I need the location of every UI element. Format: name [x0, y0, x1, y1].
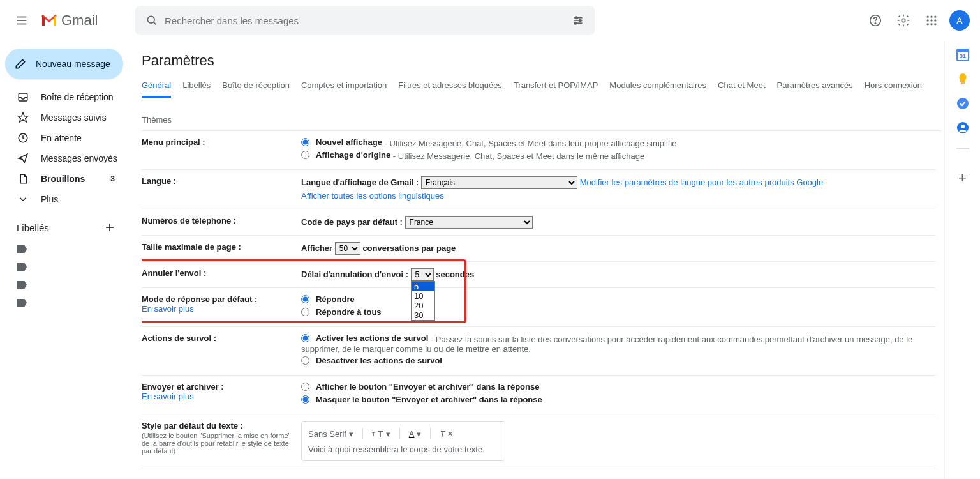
main-menu-orig-radio[interactable]: Affichage d'origine: [301, 150, 390, 160]
send-archive-show-radio[interactable]: Afficher le bouton "Envoyer et archiver"…: [301, 382, 539, 392]
send-archive-more-link[interactable]: En savoir plus: [142, 392, 194, 401]
undo-send-dropdown-open[interactable]: 5102030: [411, 281, 435, 321]
font-size-dropdown[interactable]: тT ▾: [372, 429, 390, 439]
default-style-box: Sans Serif ▾ тT ▾ A ▾ T✕ Voici à quoi re…: [301, 421, 505, 461]
settings-tab[interactable]: Général: [142, 74, 171, 98]
sidebar-item-label: Brouillons: [41, 174, 85, 184]
settings-tab[interactable]: Transfert et POP/IMAP: [514, 74, 598, 97]
side-panel: 31 +: [944, 41, 980, 479]
undo-send-option[interactable]: 20: [412, 301, 434, 310]
settings-tab[interactable]: Paramètres avancés: [777, 74, 853, 97]
svg-point-21: [930, 23, 932, 25]
label-item[interactable]: [0, 258, 128, 276]
sidebar-item-send[interactable]: Messages envoyés: [0, 148, 128, 169]
svg-rect-31: [961, 82, 965, 84]
tasks-app-icon[interactable]: [956, 97, 969, 110]
more-icon: [17, 194, 29, 205]
label-icon: [17, 281, 27, 289]
settings-tab[interactable]: Hors connexion: [865, 74, 922, 97]
draft-icon: [17, 173, 29, 185]
sidebar-item-label: En attente: [41, 133, 82, 143]
account-avatar[interactable]: A: [949, 10, 970, 31]
page-size-select[interactable]: 50: [335, 242, 360, 255]
svg-point-14: [927, 16, 929, 18]
settings-tab[interactable]: Comptes et importation: [301, 74, 387, 97]
label-icon: [17, 263, 27, 271]
svg-point-15: [930, 16, 932, 18]
apps-grid-icon[interactable]: [919, 8, 944, 33]
undo-send-option[interactable]: 30: [412, 310, 434, 320]
hamburger-menu[interactable]: [8, 6, 36, 34]
sidebar-item-count: 3: [110, 174, 115, 183]
settings-content[interactable]: Menu principal : Nouvel affichage - Util…: [142, 131, 942, 474]
search-options-icon[interactable]: [565, 8, 591, 33]
sidebar-item-inbox[interactable]: Boîte de réception: [0, 87, 128, 107]
label-item[interactable]: [0, 240, 128, 258]
reply-default-more-link[interactable]: En savoir plus: [142, 304, 194, 314]
sidebar-item-draft[interactable]: Brouillons3: [0, 169, 128, 189]
keep-app-icon[interactable]: [956, 73, 969, 86]
inbox-icon: [17, 91, 29, 103]
svg-point-17: [927, 19, 929, 21]
labels-header: Libellés: [17, 222, 49, 233]
language-all-options-link[interactable]: Afficher toutes les options linguistique…: [301, 191, 444, 201]
svg-point-19: [934, 19, 936, 21]
settings-tab[interactable]: Boîte de réception: [222, 74, 290, 97]
add-label-button[interactable]: [101, 218, 119, 236]
settings-panel: Paramètres GénéralLibellésBoîte de récep…: [128, 41, 942, 474]
search-input[interactable]: [165, 15, 565, 26]
font-family-dropdown[interactable]: Sans Serif ▾: [308, 429, 353, 439]
svg-point-8: [579, 19, 581, 21]
row-key-language: Langue :: [142, 176, 301, 202]
undo-send-option[interactable]: 10: [412, 291, 434, 301]
settings-tab[interactable]: Chat et Meet: [718, 74, 765, 97]
language-other-products-link[interactable]: Modifier les paramètres de langue pour l…: [580, 178, 824, 187]
undo-send-seconds-select[interactable]: 5: [411, 268, 434, 281]
svg-point-6: [575, 17, 577, 19]
undo-send-option[interactable]: 5: [412, 282, 434, 291]
sidebar-item-clock[interactable]: En attente: [0, 128, 128, 148]
sidebar: Nouveau message Boîte de réceptionMessag…: [0, 41, 128, 479]
svg-point-10: [574, 22, 576, 24]
sidebar-item-label: Messages suivis: [41, 112, 107, 123]
label-item[interactable]: [0, 294, 128, 312]
svg-text:31: 31: [959, 53, 965, 59]
clear-formatting-button[interactable]: T✕: [440, 429, 453, 439]
label-icon: [17, 299, 27, 307]
text-color-dropdown[interactable]: A ▾: [409, 429, 422, 439]
svg-point-3: [147, 16, 154, 23]
sidebar-item-label: Boîte de réception: [41, 92, 114, 102]
settings-tab[interactable]: Filtres et adresses bloquées: [398, 74, 502, 97]
label-icon: [17, 245, 27, 253]
language-select[interactable]: Français: [421, 176, 577, 189]
send-archive-hide-radio[interactable]: Masquer le bouton "Envoyer et archiver" …: [301, 395, 542, 404]
contacts-app-icon[interactable]: [956, 121, 969, 134]
sidebar-item-more[interactable]: Plus: [0, 189, 128, 209]
add-addon-button[interactable]: +: [950, 165, 976, 191]
main-menu-new-radio[interactable]: Nouvel affichage: [301, 137, 382, 147]
settings-tab[interactable]: Thèmes: [142, 109, 172, 130]
sidebar-item-star[interactable]: Messages suivis: [0, 107, 128, 128]
gmail-logo[interactable]: Gmail: [41, 12, 98, 29]
calendar-app-icon[interactable]: 31: [956, 49, 969, 61]
search-bar[interactable]: [135, 6, 595, 35]
svg-point-34: [961, 125, 965, 128]
settings-tab[interactable]: Libellés: [182, 74, 211, 97]
pencil-icon: [14, 57, 27, 70]
hover-enable-radio[interactable]: Activer les actions de survol: [301, 333, 428, 343]
search-icon[interactable]: [139, 8, 165, 33]
row-key-main-menu: Menu principal :: [142, 137, 301, 163]
settings-gear-icon[interactable]: [891, 8, 916, 33]
settings-tab[interactable]: Modules complémentaires: [609, 74, 706, 97]
compose-button[interactable]: Nouveau message: [5, 49, 123, 79]
help-icon[interactable]: [863, 8, 888, 33]
chevron-down-icon: ▾: [349, 429, 353, 439]
phone-country-select[interactable]: France: [405, 216, 533, 229]
hover-disable-radio[interactable]: Désactiver les actions de survol: [301, 356, 442, 365]
svg-rect-29: [957, 49, 969, 52]
reply-radio[interactable]: Répondre: [301, 294, 355, 304]
label-item[interactable]: [0, 276, 128, 294]
chevron-down-icon: ▾: [386, 429, 390, 439]
reply-all-radio[interactable]: Répondre à tous: [301, 307, 382, 317]
row-key-undo-send: Annuler l'envoi :: [142, 268, 301, 281]
